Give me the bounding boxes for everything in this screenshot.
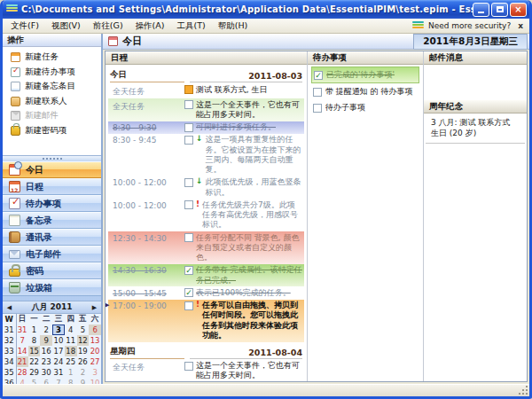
action-item[interactable]: 新建任务: [4, 51, 99, 63]
todo-item[interactable]: 带 提醒通知 的 待办事项: [311, 84, 419, 99]
schedule-row[interactable]: 全天任务测试 联系方式, 生日: [108, 83, 304, 98]
schedule-row[interactable]: 14:30 - 16:30✓任务带有 完成属性。该特定任务已完成。: [108, 264, 304, 287]
task-checkbox[interactable]: [184, 136, 193, 145]
calendar-day[interactable]: 9: [77, 378, 90, 384]
task-checkbox[interactable]: [184, 301, 193, 310]
calendar-day[interactable]: 20: [89, 346, 101, 356]
calendar-day[interactable]: 19: [77, 346, 90, 356]
calendar-day[interactable]: 1: [65, 367, 77, 378]
calendar-day[interactable]: 3: [89, 367, 101, 378]
calendar-day[interactable]: 7: [52, 378, 65, 384]
schedule-row[interactable]: 17:00 - 19:00▶!任务可以自由拖拽、拷贝到任何时间段。您可以拖拽此任…: [108, 300, 304, 342]
calendar-day[interactable]: 2: [40, 325, 52, 335]
sidebar-splitter[interactable]: [3, 155, 101, 161]
nav-item-today[interactable]: 今日: [3, 161, 101, 178]
calendar-day[interactable]: 8: [65, 378, 77, 384]
calendar-day[interactable]: 5: [77, 325, 90, 335]
calendar-day[interactable]: 2: [77, 367, 90, 378]
calendar-day[interactable]: 10: [89, 378, 101, 384]
close-button[interactable]: ×: [510, 3, 527, 17]
calendar-day[interactable]: 29: [28, 367, 41, 378]
todo-item[interactable]: ✓已完成的'待办事项': [311, 66, 419, 83]
calendar-day[interactable]: 10: [52, 335, 65, 346]
calendar-day[interactable]: 12: [77, 335, 90, 346]
action-item[interactable]: 新建密码项: [4, 125, 99, 137]
schedule-row-body: ↓这是一项具有重复性的任务。它被设置为在接下来的三周内、每隔两天自动重复。: [184, 135, 304, 175]
calendar-day[interactable]: 5: [28, 378, 41, 384]
schedule-row[interactable]: 10:00 - 12:00↓此项低优先级，用蓝色竖条标识。: [108, 176, 304, 200]
calendar-day[interactable]: 13: [89, 335, 101, 346]
menu-item[interactable]: 工具(T): [171, 20, 212, 31]
calendar-day[interactable]: 31: [52, 367, 65, 378]
menu-item[interactable]: 帮助(H): [212, 20, 254, 31]
security-link[interactable]: Need more security?: [428, 21, 511, 30]
task-checkbox[interactable]: [184, 178, 193, 187]
schedule-row[interactable]: 12:30 - 14:30任务可分配不同 背景色, 颜色来自预定义或者自定义的颜…: [108, 231, 304, 264]
nav-item-email[interactable]: 电子邮件: [3, 246, 101, 262]
menubar-close-icon[interactable]: x: [515, 21, 526, 30]
nav-item-passwords[interactable]: 密码: [3, 262, 101, 279]
action-item[interactable]: 新建备忘条目: [4, 81, 99, 92]
task-checkbox[interactable]: ✓: [184, 266, 193, 275]
calendar-next-button[interactable]: ▶: [88, 304, 101, 311]
calendar-day[interactable]: 17: [52, 346, 65, 356]
schedule-row[interactable]: 全天任务这是一个全天事件，它也有可能占用多天时间。: [108, 360, 304, 382]
calendar-day[interactable]: 8: [28, 335, 41, 346]
calendar-day[interactable]: 22: [28, 356, 41, 367]
todo-checkbox[interactable]: [313, 88, 322, 97]
schedule-row[interactable]: 15:00 - 15:45✓表示已100%完成的任务。: [108, 286, 304, 299]
calendar-day[interactable]: 23: [40, 356, 52, 367]
task-checkbox[interactable]: [184, 85, 193, 94]
minimize-button[interactable]: [473, 3, 489, 17]
action-item[interactable]: 新建联系人: [4, 96, 99, 107]
nav-item-todo[interactable]: 待办事项: [3, 195, 101, 212]
menu-item[interactable]: 视图(V): [45, 20, 87, 31]
calendar-day[interactable]: 14: [16, 346, 28, 356]
task-checkbox[interactable]: [184, 200, 193, 209]
calendar-day-selected[interactable]: 3: [52, 325, 65, 335]
calendar-day[interactable]: 21: [16, 356, 28, 367]
action-item[interactable]: 新建待办事项: [4, 66, 99, 78]
mail-panel: 邮件消息 周年纪念 3 八月: 测试 联系方式 生日 (20 岁): [424, 51, 527, 381]
calendar-day[interactable]: 6: [89, 325, 101, 335]
maximize-button[interactable]: [491, 3, 508, 17]
task-checkbox[interactable]: [184, 123, 193, 132]
schedule-row[interactable]: 全天任务这是一个全天事件，它也有可能占用多天时间。: [108, 98, 304, 121]
nav-item-notes[interactable]: 备忘录: [3, 212, 101, 229]
calendar-prev-button[interactable]: ◀: [3, 304, 16, 311]
nav-item-contacts[interactable]: 通讯录: [3, 229, 101, 246]
schedule-row[interactable]: 8:30 - 9:45↓这是一项具有重复性的任务。它被设置为在接下来的三周内、每…: [108, 134, 304, 176]
schedule-row[interactable]: 8:30 - 9:30可同时进行多项任务。: [108, 121, 304, 134]
calendar-day[interactable]: 7: [16, 335, 28, 346]
todo-item[interactable]: 待办子事项: [311, 100, 419, 115]
calendar-day[interactable]: 25: [65, 356, 77, 367]
calendar-day[interactable]: 16: [40, 346, 52, 356]
calendar-day[interactable]: 28: [16, 367, 28, 378]
calendar-day[interactable]: 6: [40, 378, 52, 384]
calendar-day[interactable]: 11: [65, 335, 77, 346]
calendar-day[interactable]: 24: [52, 356, 65, 367]
task-checkbox[interactable]: [184, 100, 193, 109]
calendar-day[interactable]: 31: [16, 325, 28, 335]
schedule-row[interactable]: 10:00 - 12:00!任务优先级共分7级。此项任务有高优先级，用感叹号标识…: [108, 199, 304, 231]
calendar-day[interactable]: 9: [40, 335, 52, 346]
task-checkbox[interactable]: [184, 362, 193, 371]
calendar-day[interactable]: 18: [65, 346, 77, 356]
todo-checkbox[interactable]: ✓: [314, 71, 323, 80]
menu-item[interactable]: 文件(F): [4, 20, 45, 31]
calendar-day[interactable]: 27: [89, 356, 101, 367]
menu-item[interactable]: 前往(G): [87, 20, 129, 31]
resize-grip[interactable]: [519, 386, 528, 395]
nav-item-schedule[interactable]: 日程: [3, 178, 101, 195]
calendar-day[interactable]: 4: [65, 325, 77, 335]
calendar-day[interactable]: 26: [77, 356, 90, 367]
nav-item-trash[interactable]: 垃圾箱: [3, 279, 101, 296]
calendar-day[interactable]: 15: [28, 346, 41, 356]
calendar-day[interactable]: 1: [28, 325, 41, 335]
task-checkbox[interactable]: ✓: [184, 288, 193, 297]
menu-item[interactable]: 操作(A): [129, 20, 171, 31]
calendar-day[interactable]: 30: [40, 367, 52, 378]
task-checkbox[interactable]: [184, 233, 193, 242]
todo-checkbox[interactable]: [313, 104, 322, 113]
calendar-day[interactable]: 4: [16, 378, 28, 384]
